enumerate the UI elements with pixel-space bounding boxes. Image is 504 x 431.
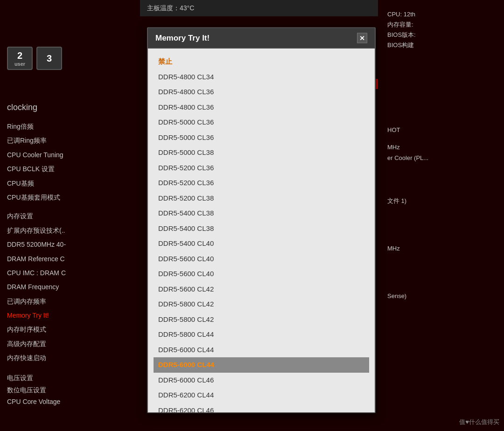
menu-item-mem-fast-boot[interactable]: 内存快速启动 [7,351,138,365]
menu-item-ring-mult[interactable]: Ring倍频 [7,119,138,133]
memory-profile-item-19[interactable]: DDR5-6000 CL44 [154,342,369,357]
menu-item-dram-freq[interactable]: DRAM Frequency [7,280,138,294]
right-mhz2: MHz [387,243,499,254]
memory-profile-item-20[interactable]: DDR5-6000 CL44 [154,357,369,373]
menu-item-cpu-core-voltage[interactable]: CPU Core Voltage [7,396,138,408]
temperature-label: 主板温度：43°C [147,4,194,13]
profile-button-3[interactable]: 3 [36,47,62,70]
menu-item-adv-mem[interactable]: 高级内存配置 [7,337,138,351]
menu-item-dram-ref[interactable]: DRAM Reference C [7,252,138,266]
memory-profile-item-17[interactable]: DDR5-5800 CL42 [154,312,369,327]
memory-profile-item-3[interactable]: DDR5-4800 CL36 [154,99,369,115]
menu-item-digital-voltage[interactable]: 数位电压设置 [7,384,138,396]
right-mem-capacity: 内存容量: [387,20,499,30]
watermark: 值♥什么值得买 [459,418,499,426]
memory-profile-item-22[interactable]: DDR5-6200 CL44 [154,388,369,403]
right-cpu-info: CPU: 12th [387,9,499,20]
clocking-label: clocking [7,103,138,112]
menu-item-cpu-base[interactable]: CPU基频 [7,176,138,190]
memory-profile-list: 禁止DDR5-4800 CL34DDR5-4800 CL36DDR5-4800 … [154,54,369,412]
memory-profile-item-0[interactable]: 禁止 [154,54,369,70]
memory-profile-item-4[interactable]: DDR5-5000 CL36 [154,115,369,130]
profile-number-3: 3 [47,53,52,64]
menu-item-mem-timing[interactable]: 内存时序模式 [7,322,138,336]
menu-item-cpu-cooler[interactable]: CPU Cooler Tuning [7,148,138,162]
modal-header: Memory Try It! ✕ [148,28,375,49]
menu-item-mem-settings[interactable]: 内存设置 [7,209,138,223]
bottom-left-menu: 电压设置 数位电压设置 CPU Core Voltage [7,372,138,408]
right-hot-label: HOT [387,125,499,135]
modal-body[interactable]: 禁止DDR5-4800 CL34DDR5-4800 CL36DDR5-4800 … [148,49,375,412]
memory-profile-item-12[interactable]: DDR5-5400 CL40 [154,236,369,251]
menu-item-voltage[interactable]: 电压设置 [7,372,138,384]
memory-profile-item-9[interactable]: DDR5-5200 CL38 [154,190,369,206]
profile-buttons: 2 user 3 [7,47,62,70]
bios-right-panel: CPU: 12th 内存容量: BIOS版本: BIOS构建 ⊞ USB HOT… [383,0,504,431]
right-file1: 文件 1) [387,196,499,206]
menu-item-cpu-bclk[interactable]: CPU BCLK 设置 [7,162,138,176]
memory-profile-item-6[interactable]: DDR5-5000 CL38 [154,145,369,160]
menu-item-ddr5-5200[interactable]: DDR5 5200MHz 40- [7,237,138,251]
menu-item-adjusted-freq[interactable]: 已调内存频率 [7,294,138,308]
modal-overlay: Memory Try It! ✕ 禁止DDR5-4800 CL34DDR5-48… [147,28,376,413]
right-bios-ver: BIOS版本: [387,30,499,40]
memory-profile-item-18[interactable]: DDR5-5800 CL44 [154,327,369,342]
menu-item-memory-try-it[interactable]: Memory Try It! [7,308,138,322]
memory-profile-item-15[interactable]: DDR5-5600 CL42 [154,281,369,297]
memory-profile-item-2[interactable]: DDR5-4800 CL36 [154,84,369,100]
left-menu: clocking Ring倍频 已调Ring频率 CPU Cooler Tuni… [0,103,145,365]
memory-profile-item-1[interactable]: DDR5-4800 CL34 [154,69,369,84]
memory-profile-item-10[interactable]: DDR5-5400 CL38 [154,206,369,221]
menu-item-cpu-imc[interactable]: CPU IMC : DRAM C [7,266,138,280]
top-temperature-bar: 主板温度：43°C [140,0,378,16]
profile-button-2[interactable]: 2 user [7,47,33,70]
menu-item-ring-freq[interactable]: 已调Ring频率 [7,133,138,147]
memory-profile-item-5[interactable]: DDR5-5000 CL36 [154,130,369,145]
memory-profile-item-8[interactable]: DDR5-5200 CL36 [154,175,369,191]
menu-item-cpu-base-mode[interactable]: CPU基频套用模式 [7,190,138,204]
right-cooler: er Cooler (PL... [387,153,499,163]
memory-profile-item-14[interactable]: DDR5-5600 CL40 [154,266,369,282]
memory-profile-item-7[interactable]: DDR5-5200 CL36 [154,160,369,175]
memory-profile-item-11[interactable]: DDR5-5400 CL38 [154,221,369,236]
memory-profile-item-16[interactable]: DDR5-5800 CL42 [154,297,369,312]
profile-sub-2: user [14,61,25,67]
right-sense: Sense) [387,291,499,301]
memory-profile-item-23[interactable]: DDR5-6200 CL46 [154,403,369,412]
memory-profile-item-13[interactable]: DDR5-5600 CL40 [154,251,369,266]
right-mhz: MHz [387,142,499,153]
right-bios-build: BIOS构建 [387,40,499,50]
memory-profile-item-21[interactable]: DDR5-6000 CL46 [154,372,369,388]
menu-item-mem-preset[interactable]: 扩展内存预设技术(.. [7,223,138,237]
modal-close-button[interactable]: ✕ [357,33,367,43]
memory-try-it-modal: Memory Try It! ✕ 禁止DDR5-4800 CL34DDR5-48… [147,28,376,413]
profile-number-2: 2 [17,50,22,61]
modal-title: Memory Try It! [155,34,210,43]
